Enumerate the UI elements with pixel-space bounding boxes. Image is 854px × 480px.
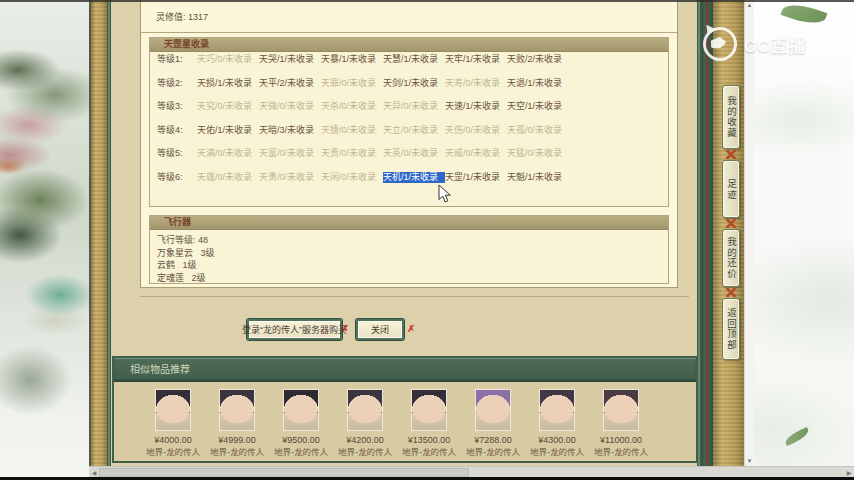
scrollbar-thumb[interactable] xyxy=(99,468,469,477)
vertical-scrollbar[interactable]: ▲ ▼ xyxy=(744,0,754,467)
item-price: ¥4200.00 xyxy=(333,435,397,445)
detail-scroll-panel: 灵修值: 1317 天罡星收录 等级1:天巧/0/未收录天哭/1/未收录天暴/1… xyxy=(140,0,678,288)
recommend-item-card[interactable]: ¥4000.00地界-龙的传人 xyxy=(141,389,205,457)
star-entry[interactable]: 天猛/0/未收录 xyxy=(507,148,569,172)
recommend-item-card[interactable]: ¥4999.00地界-龙的传人 xyxy=(205,389,269,457)
scroll-left-arrow-icon[interactable]: ◀ xyxy=(90,469,98,477)
login-buy-button[interactable]: 登录“龙的传人”服务器购买 xyxy=(247,319,342,340)
tiangang-row: 等级1:天巧/0/未收录天哭/1/未收录天暴/1/未收录天慧/1/未收录天牢/1… xyxy=(150,54,668,78)
star-entry[interactable]: 天巧/0/未收录 xyxy=(197,54,259,78)
item-price: ¥7288.00 xyxy=(461,435,525,445)
recommend-panel: 相似物品推荐 ¥4000.00地界-龙的传人¥4999.00地界-龙的传人¥95… xyxy=(112,356,698,463)
star-entry[interactable]: 天空/1/未收录 xyxy=(507,101,569,125)
cc-live-watermark: CC直播 xyxy=(703,27,807,61)
star-entry[interactable]: 天罪/0/未收录 xyxy=(321,78,383,102)
window-frame-maroon-line xyxy=(706,0,708,467)
lingxiu-row: 灵修值: 1317 xyxy=(141,0,677,33)
lingxiu-value: 灵修值: 1317 xyxy=(156,10,208,23)
star-entry[interactable]: 天暴/1/未收录 xyxy=(321,54,383,78)
item-price: ¥11000.00 xyxy=(589,435,653,445)
star-entry[interactable]: 天魁/1/未收录 xyxy=(507,172,569,196)
star-entry[interactable]: 天平/2/未收录 xyxy=(259,78,321,102)
window-frame-gold-left xyxy=(91,0,107,467)
recommend-item-card[interactable]: ¥4300.00地界-龙的传人 xyxy=(525,389,589,457)
star-entry[interactable]: 天异/0/未收录 xyxy=(383,101,445,125)
star-entry[interactable]: 天威/0/未收录 xyxy=(445,148,507,172)
cc-logo-icon xyxy=(703,27,737,61)
star-entry[interactable]: 天寿/0/未收录 xyxy=(445,78,507,102)
star-entry[interactable]: 天佑/1/未收录 xyxy=(197,125,259,149)
tab-connector-icon xyxy=(726,288,736,297)
tiangang-row: 等级3:天究/0/未收录天微/0/未收录天杀/0/未收录天异/0/未收录天速/1… xyxy=(150,101,668,125)
star-entry[interactable]: 天究/0/未收录 xyxy=(197,101,259,125)
item-server: 地界-龙的传人 xyxy=(269,448,333,457)
star-entry[interactable]: 天闲/0/未收录 xyxy=(321,172,383,196)
character-portrait[interactable] xyxy=(219,389,255,431)
star-entry[interactable]: 天雄/0/未收录 xyxy=(197,172,259,196)
star-entry[interactable]: 天剑/1/未收录 xyxy=(383,78,445,102)
item-server: 地界-龙的传人 xyxy=(397,448,461,457)
side-tab-3[interactable]: 我的还价 xyxy=(722,229,740,287)
star-entry[interactable]: 天伤/0/未收录 xyxy=(445,125,507,149)
tiangang-row: 等级4:天佑/1/未收录天暗/3/未收录天捷/0/未收录天立/0/未收录天伤/0… xyxy=(150,125,668,149)
flyer-lines: 飞行等级: 48万象星云 3级云鹤 1级定魂莲 2级 xyxy=(150,230,668,284)
item-server: 地界-龙的传人 xyxy=(525,448,589,457)
recommend-item-card[interactable]: ¥7288.00地界-龙的传人 xyxy=(461,389,525,457)
star-entry[interactable]: 天孤/0/未收录 xyxy=(507,125,569,149)
character-portrait[interactable] xyxy=(155,389,191,431)
item-price: ¥4300.00 xyxy=(525,435,589,445)
star-entry[interactable]: 天富/0/未收录 xyxy=(259,148,321,172)
side-tab-1[interactable]: 我的收藏 xyxy=(722,85,740,149)
star-entry[interactable]: 天贵/0/未收录 xyxy=(321,148,383,172)
star-entry[interactable]: 天暗/3/未收录 xyxy=(259,125,321,149)
recommend-item-card[interactable]: ¥11000.00地界-龙的传人 xyxy=(589,389,653,457)
item-server: 地界-龙的传人 xyxy=(141,448,205,457)
level-label: 等级3: xyxy=(157,101,197,125)
scroll-right-arrow-icon[interactable]: ▶ xyxy=(845,469,853,477)
mouse-cursor-icon xyxy=(438,184,452,204)
character-portrait[interactable] xyxy=(603,389,639,431)
star-entry[interactable]: 天英/0/未收录 xyxy=(383,148,445,172)
side-tab-2[interactable]: 足迹 xyxy=(722,160,740,218)
item-server: 地界-龙的传人 xyxy=(589,448,653,457)
close-button[interactable]: 关闭 xyxy=(356,319,404,340)
level-label: 等级6: xyxy=(157,172,197,196)
character-portrait[interactable] xyxy=(475,389,511,431)
star-entry[interactable]: 天退/1/未收录 xyxy=(507,78,569,102)
tiangang-rows: 等级1:天巧/0/未收录天哭/1/未收录天暴/1/未收录天慧/1/未收录天牢/1… xyxy=(150,54,668,195)
flyer-stat-line: 云鹤 1级 xyxy=(157,259,668,272)
tiangang-row: 等级2:天损/1/未收录天平/2/未收录天罪/0/未收录天剑/1/未收录天寿/0… xyxy=(150,78,668,102)
star-entry[interactable]: 天勇/0/未收录 xyxy=(259,172,321,196)
scroll-up-arrow-icon[interactable]: ▲ xyxy=(745,1,754,9)
star-entry[interactable]: 天牢/1/未收录 xyxy=(445,54,507,78)
star-entry[interactable]: 天机/1/未收录 xyxy=(383,172,445,183)
scroll-down-arrow-icon[interactable]: ▼ xyxy=(745,457,754,465)
character-portrait[interactable] xyxy=(283,389,319,431)
main-content-area: 灵修值: 1317 天罡星收录 等级1:天巧/0/未收录天哭/1/未收录天暴/1… xyxy=(111,0,697,467)
star-entry[interactable]: 天慧/1/未收录 xyxy=(383,54,445,78)
character-portrait[interactable] xyxy=(539,389,575,431)
recommend-item-card[interactable]: ¥13500.00地界-龙的传人 xyxy=(397,389,461,457)
item-server: 地界-龙的传人 xyxy=(205,448,269,457)
star-entry[interactable]: 天损/1/未收录 xyxy=(197,78,259,102)
star-entry[interactable]: 天罡/1/未收录 xyxy=(445,172,507,196)
screen: 灵修值: 1317 天罡星收录 等级1:天巧/0/未收录天哭/1/未收录天暴/1… xyxy=(0,0,854,480)
character-portrait[interactable] xyxy=(347,389,383,431)
tab-connector-icon xyxy=(726,150,736,159)
item-server: 地界-龙的传人 xyxy=(333,448,397,457)
star-entry[interactable]: 天立/0/未收录 xyxy=(383,125,445,149)
star-entry[interactable]: 天微/0/未收录 xyxy=(259,101,321,125)
star-entry[interactable]: 天捷/0/未收录 xyxy=(321,125,383,149)
star-entry[interactable]: 天败/2/未收录 xyxy=(507,54,569,78)
character-portrait[interactable] xyxy=(411,389,447,431)
side-tab-4[interactable]: 返回顶部 xyxy=(722,298,740,360)
star-entry[interactable]: 天速/1/未收录 xyxy=(445,101,507,125)
item-price: ¥4000.00 xyxy=(141,435,205,445)
recommend-item-card[interactable]: ¥9500.00地界-龙的传人 xyxy=(269,389,333,457)
star-entry[interactable]: 天哭/1/未收录 xyxy=(259,54,321,78)
broken-image-icon: ✗ xyxy=(407,324,415,334)
flyer-stat-line: 定魂莲 2级 xyxy=(157,272,668,285)
star-entry[interactable]: 天满/0/未收录 xyxy=(197,148,259,172)
star-entry[interactable]: 天杀/0/未收录 xyxy=(321,101,383,125)
recommend-item-card[interactable]: ¥4200.00地界-龙的传人 xyxy=(333,389,397,457)
